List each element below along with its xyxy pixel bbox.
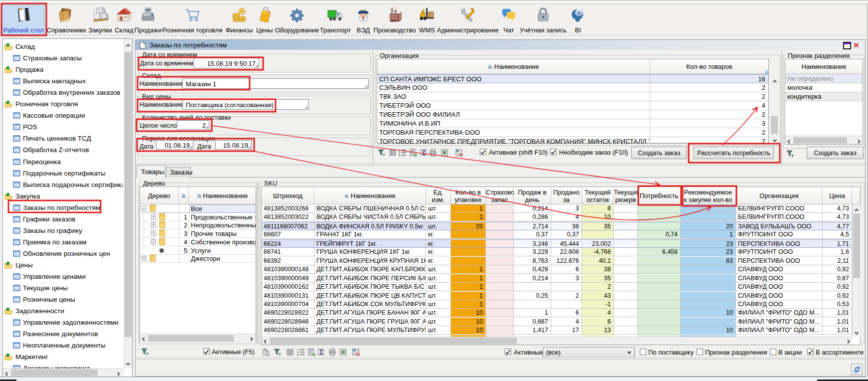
svg-text:3: 3 bbox=[399, 154, 401, 157]
svg-text:3: 3 bbox=[297, 354, 299, 356]
